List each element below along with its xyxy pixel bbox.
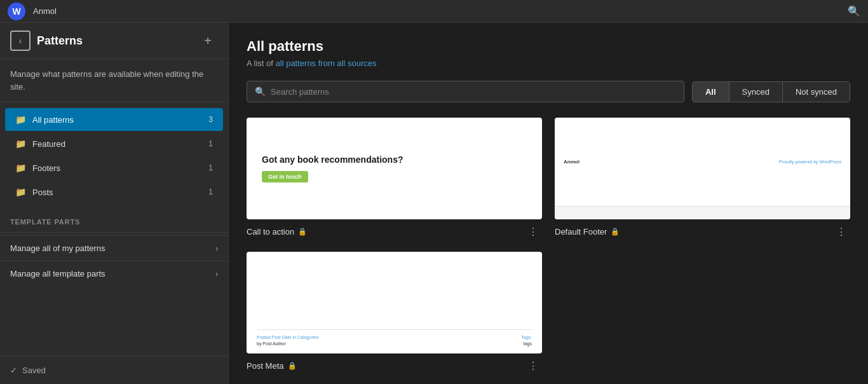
- top-bar: W Anmol 🔍: [0, 0, 868, 23]
- sidebar-item-featured[interactable]: 📁 Featured 1: [5, 132, 223, 155]
- sidebar-item-footers[interactable]: 📁 Footers 1: [5, 156, 223, 179]
- footer-site-name: Anmol: [564, 159, 580, 165]
- manage-my-patterns-link[interactable]: Manage all of my patterns ›: [0, 235, 228, 261]
- site-name: Anmol: [33, 6, 57, 16]
- pattern-name-label: Call to action: [247, 227, 294, 237]
- sidebar-description: Manage what patterns are available when …: [0, 59, 228, 102]
- nav-label: All patterns: [32, 115, 202, 125]
- sidebar-item-posts[interactable]: 📁 Posts 1: [5, 181, 223, 203]
- nav-label: Featured: [32, 139, 202, 149]
- nav-label: Footers: [32, 163, 202, 173]
- subtitle-link[interactable]: all patterns from all sources: [276, 58, 377, 68]
- back-button[interactable]: ‹: [10, 31, 31, 51]
- nav-count: 3: [208, 115, 213, 124]
- chevron-right-icon: ›: [215, 244, 218, 253]
- pattern-name-footer: Default Footer 🔒: [555, 227, 620, 237]
- cta-heading: Got any book recommendations?: [262, 154, 403, 165]
- topbar-search-icon[interactable]: 🔍: [848, 5, 860, 17]
- footer-bottom: [555, 207, 850, 219]
- pattern-meta-cta: Call to action 🔒 ⋮: [247, 219, 542, 239]
- filter-tabs: All Synced Not synced: [692, 81, 850, 102]
- postmeta-preview-content: Posted Post Date in Categories Tags: by …: [247, 252, 542, 353]
- postmeta-row2-right: tags: [524, 341, 532, 346]
- patterns-grid: Got any book recommendations? Get in tou…: [247, 118, 850, 373]
- add-pattern-button[interactable]: +: [198, 31, 218, 51]
- page-title: All patterns: [247, 38, 850, 55]
- manage-my-patterns-label: Manage all of my patterns: [10, 243, 105, 253]
- lock-icon: 🔒: [298, 228, 307, 236]
- pattern-card-call-to-action: Got any book recommendations? Get in tou…: [247, 118, 542, 239]
- footer-powered: Proudly powered by WordPress: [779, 160, 841, 164]
- manage-template-parts-label: Manage all template parts: [10, 269, 105, 278]
- chevron-right-icon: ›: [215, 270, 218, 278]
- pattern-name-cta: Call to action 🔒: [247, 227, 307, 237]
- pattern-meta-postmeta: Post Meta 🔒 ⋮: [247, 353, 542, 373]
- sidebar-footer: ✓ Saved: [0, 356, 228, 384]
- pattern-more-button-postmeta[interactable]: ⋮: [524, 359, 542, 373]
- filter-tab-not-synced[interactable]: Not synced: [782, 82, 850, 102]
- postmeta-divider: [257, 329, 532, 330]
- postmeta-row2-left: by Post Author: [257, 341, 286, 346]
- pattern-preview-postmeta[interactable]: Posted Post Date in Categories Tags: by …: [247, 252, 542, 353]
- manage-template-parts-link[interactable]: Manage all template parts ›: [0, 261, 228, 286]
- pattern-name-label: Post Meta: [247, 361, 284, 371]
- folder-icon: 📁: [15, 163, 26, 173]
- pattern-more-button-cta[interactable]: ⋮: [524, 224, 542, 239]
- pattern-preview-cta[interactable]: Got any book recommendations? Get in tou…: [247, 118, 542, 219]
- pattern-preview-footer[interactable]: Anmol Proudly powered by WordPress: [555, 118, 850, 219]
- nav-count: 1: [208, 188, 213, 196]
- postmeta-row1: Posted Post Date in Categories Tags:: [257, 335, 532, 339]
- sidebar-title: Patterns: [37, 34, 191, 48]
- pattern-name-postmeta: Post Meta 🔒: [247, 361, 297, 371]
- search-icon: 🔍: [255, 86, 266, 97]
- page-subtitle: A list of all patterns from all sources: [247, 58, 850, 68]
- nav-count: 1: [208, 139, 213, 148]
- postmeta-row1-right: Tags:: [521, 335, 532, 339]
- pattern-card-default-footer: Anmol Proudly powered by WordPress Defau…: [555, 118, 850, 239]
- saved-label: Saved: [22, 366, 46, 375]
- sidebar-nav: 📁 All patterns 3 📁 Featured 1 📁 Footers …: [0, 102, 228, 209]
- folder-icon: 📁: [15, 139, 26, 149]
- sidebar-header: ‹ Patterns +: [0, 23, 228, 59]
- pattern-name-label: Default Footer: [555, 227, 607, 237]
- cta-preview-content: Got any book recommendations? Get in tou…: [247, 118, 542, 219]
- main-content: All patterns A list of all patterns from…: [229, 23, 868, 384]
- postmeta-row1-left: Posted Post Date in Categories: [257, 335, 319, 339]
- check-icon: ✓: [10, 366, 17, 375]
- cta-button: Get in touch: [262, 171, 308, 182]
- folder-icon: 📁: [15, 187, 26, 197]
- postmeta-row2: by Post Author tags: [257, 341, 532, 346]
- template-parts-label: TEMPLATE PARTS: [0, 209, 228, 230]
- search-input[interactable]: [271, 87, 676, 97]
- folder-icon: 📁: [15, 114, 26, 125]
- wp-logo[interactable]: W: [8, 3, 25, 20]
- search-bar: 🔍: [247, 81, 684, 102]
- toolbar: 🔍 All Synced Not synced: [247, 81, 850, 102]
- sidebar-item-all-patterns[interactable]: 📁 All patterns 3: [5, 108, 223, 131]
- lock-icon: 🔒: [288, 362, 297, 370]
- footer-top: Anmol Proudly powered by WordPress: [555, 118, 850, 207]
- pattern-card-post-meta: Posted Post Date in Categories Tags: by …: [247, 252, 542, 373]
- lock-icon: 🔒: [611, 228, 620, 236]
- filter-tab-synced[interactable]: Synced: [729, 82, 782, 102]
- nav-count: 1: [208, 163, 213, 172]
- pattern-meta-footer: Default Footer 🔒 ⋮: [555, 219, 850, 239]
- footer-preview-content: Anmol Proudly powered by WordPress: [555, 118, 850, 219]
- pattern-more-button-footer[interactable]: ⋮: [832, 224, 850, 239]
- filter-tab-all[interactable]: All: [693, 82, 729, 102]
- nav-label: Posts: [32, 188, 202, 197]
- sidebar-divider: [0, 232, 228, 233]
- sidebar: ‹ Patterns + Manage what patterns are av…: [0, 23, 229, 384]
